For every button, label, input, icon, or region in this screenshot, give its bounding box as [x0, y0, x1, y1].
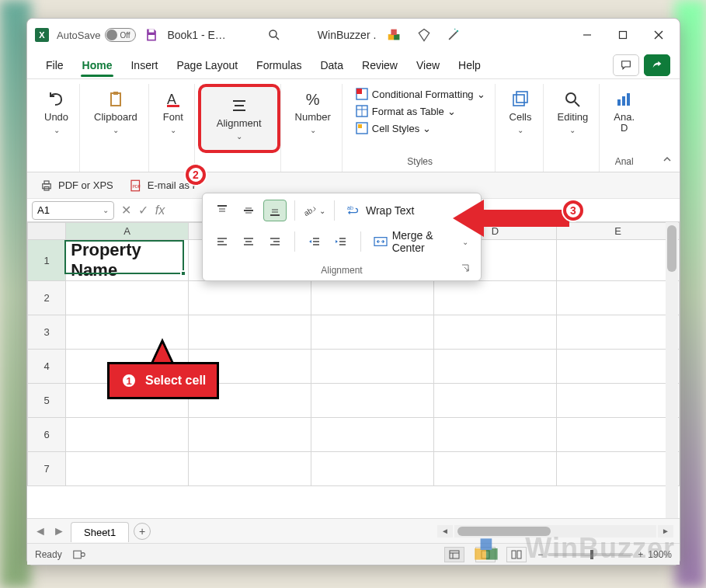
wrap-text-label: Wrap Text: [366, 204, 415, 217]
analyze-label: Ana.D: [614, 112, 635, 134]
undo-button[interactable]: Undo ⌄: [38, 85, 75, 139]
align-center-button[interactable]: [237, 231, 260, 252]
group-cells: Cells ⌄: [499, 84, 544, 172]
zoom-control[interactable]: − + 190%: [537, 549, 672, 560]
fx-icon[interactable]: fx: [151, 202, 169, 219]
row-header-1[interactable]: 1: [28, 240, 66, 281]
hsb-thumb[interactable]: [457, 527, 551, 536]
cell-A2[interactable]: [66, 281, 189, 315]
row-header-4[interactable]: 4: [28, 350, 66, 384]
align-right-button[interactable]: [263, 231, 287, 252]
editing-button[interactable]: Editing ⌄: [551, 85, 595, 139]
collapse-ribbon-button[interactable]: [659, 151, 675, 167]
sheets-next-button[interactable]: ►: [52, 524, 66, 538]
menu-home[interactable]: Home: [73, 54, 122, 76]
middle-align-button[interactable]: [237, 200, 260, 221]
clipboard-button[interactable]: Clipboard ⌄: [88, 85, 144, 139]
wrap-text-button[interactable]: ab Wrap Text: [343, 201, 419, 220]
find-icon: [563, 90, 582, 109]
sheets-prev-button[interactable]: ◄: [33, 524, 47, 538]
alignment-button[interactable]: Alignment ⌄: [206, 90, 273, 147]
row-header-7[interactable]: 7: [28, 452, 66, 486]
row-header-3[interactable]: 3: [28, 315, 66, 350]
zoom-value[interactable]: 190%: [648, 549, 672, 560]
save-icon[interactable]: [144, 27, 159, 43]
menu-data[interactable]: Data: [311, 54, 353, 76]
menu-file[interactable]: File: [37, 54, 73, 76]
excel-logo-icon: X: [35, 28, 49, 42]
row-header-2[interactable]: 2: [28, 281, 66, 315]
menu-formulas[interactable]: Formulas: [247, 54, 311, 76]
hsb-track[interactable]: [454, 525, 656, 538]
vertical-scrollbar[interactable]: [666, 222, 678, 518]
hsb-right[interactable]: ►: [658, 525, 673, 538]
bottom-align-button[interactable]: [263, 200, 287, 221]
zoom-out-button[interactable]: −: [537, 549, 543, 560]
wand-icon[interactable]: [443, 27, 464, 43]
pdf-xps-button[interactable]: PDF or XPS: [35, 176, 118, 196]
col-header-A[interactable]: A: [66, 223, 189, 240]
addin-cube-icon[interactable]: [384, 26, 405, 43]
svg-rect-29: [516, 92, 527, 103]
share-button[interactable]: [644, 54, 670, 76]
undo-icon: [47, 90, 66, 109]
diamond-icon[interactable]: [413, 27, 435, 43]
chevron-down-icon[interactable]: ⌄: [462, 238, 468, 246]
cell-E1[interactable]: [557, 240, 680, 281]
autosave-control[interactable]: AutoSave Off: [57, 28, 136, 42]
search-button[interactable]: [265, 26, 283, 44]
view-page-break-button[interactable]: [506, 547, 527, 562]
format-as-table-button[interactable]: Format as Table ⌄: [350, 103, 461, 120]
comments-button[interactable]: [613, 54, 639, 76]
cell-A1[interactable]: Property Name: [66, 240, 189, 281]
percent-icon: %: [304, 90, 322, 109]
chevron-down-icon[interactable]: ⌄: [103, 206, 109, 214]
align-left-button[interactable]: [210, 231, 234, 252]
enter-icon[interactable]: ✓: [134, 202, 151, 219]
dialog-launcher-button[interactable]: [459, 262, 471, 274]
menu-review[interactable]: Review: [353, 54, 407, 76]
zoom-track[interactable]: [548, 553, 633, 556]
top-align-button[interactable]: [210, 200, 234, 221]
analyze-group-label: Anal: [615, 156, 634, 170]
orientation-button[interactable]: ab⌄: [303, 200, 326, 221]
view-normal-button[interactable]: [444, 547, 464, 562]
hsb-left[interactable]: ◄: [437, 525, 453, 538]
row-header-5[interactable]: 5: [28, 384, 66, 418]
cell-styles-button[interactable]: Cell Styles ⌄: [350, 120, 436, 137]
menu-insert[interactable]: Insert: [121, 54, 167, 76]
svg-rect-40: [73, 551, 81, 558]
view-page-layout-button[interactable]: [475, 547, 496, 562]
sheet-tab-active[interactable]: Sheet1: [71, 522, 129, 542]
macro-record-icon[interactable]: [73, 549, 85, 560]
cancel-icon[interactable]: ✕: [117, 202, 134, 219]
restore-button[interactable]: [605, 19, 641, 50]
font-button[interactable]: A Font ⌄: [157, 85, 190, 139]
name-box[interactable]: A1 ⌄: [32, 201, 114, 220]
zoom-thumb[interactable]: [590, 550, 593, 559]
add-sheet-button[interactable]: +: [134, 523, 151, 540]
menu-help[interactable]: Help: [449, 54, 490, 76]
select-all-corner[interactable]: [28, 223, 66, 240]
conditional-formatting-button[interactable]: Conditional Formatting ⌄: [350, 85, 490, 103]
zoom-in-button[interactable]: +: [638, 549, 643, 560]
minimize-button[interactable]: [569, 19, 605, 50]
autosave-toggle[interactable]: Off: [105, 28, 136, 42]
increase-indent-button[interactable]: [329, 231, 353, 252]
cells-button[interactable]: Cells ⌄: [503, 85, 538, 139]
cell-A7[interactable]: [66, 452, 189, 486]
vscroll-thumb[interactable]: [667, 225, 676, 272]
menu-page-layout[interactable]: Page Layout: [167, 54, 247, 76]
decrease-indent-button[interactable]: [303, 231, 326, 252]
chevron-down-icon: ⌄: [54, 126, 60, 134]
number-button[interactable]: % Number ⌄: [289, 85, 337, 139]
menu-view[interactable]: View: [407, 54, 449, 76]
col-header-E[interactable]: E: [557, 223, 680, 240]
horizontal-scrollbar[interactable]: ◄ ►: [437, 525, 673, 538]
close-button[interactable]: [641, 19, 676, 50]
titlebar: X AutoSave Off Book1 - E… WinBuzzer .: [27, 19, 680, 51]
row-header-6[interactable]: 6: [28, 418, 66, 452]
cell-A6[interactable]: [66, 418, 189, 452]
analyze-button[interactable]: Ana.D: [607, 85, 641, 139]
table-icon: [355, 104, 369, 118]
